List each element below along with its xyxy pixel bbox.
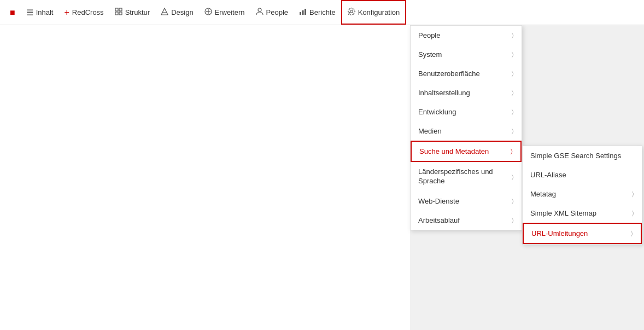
redcross-label: RedCross: [72, 8, 104, 16]
nav-item-konfiguration[interactable]: Konfiguration: [341, 0, 407, 25]
svg-rect-11: [305, 9, 306, 15]
svg-rect-3: [119, 12, 122, 15]
nav-item-berichte[interactable]: Berichte: [294, 0, 341, 25]
submenu-item-url-aliase[interactable]: URL-Aliase: [523, 165, 642, 184]
svg-rect-9: [300, 12, 301, 15]
konfiguration-label: Konfiguration: [358, 8, 400, 16]
struktur-icon: [115, 8, 122, 17]
design-label: Design: [171, 8, 193, 16]
nav-item-people[interactable]: People: [250, 0, 294, 25]
dropdown-item-landerspezifisches[interactable]: Länderspezifisches und Sprache 〉: [411, 162, 522, 192]
svg-rect-10: [302, 10, 304, 15]
chevron-right-icon: 〉: [512, 89, 514, 96]
erweitern-icon: [204, 8, 212, 17]
chevron-right-icon: 〉: [632, 190, 634, 198]
brand-icon: ■: [10, 8, 15, 18]
submenu-item-metatag[interactable]: Metatag 〉: [523, 184, 642, 204]
chevron-right-icon: 〉: [511, 148, 513, 155]
dropdown-item-medien[interactable]: Medien 〉: [411, 121, 522, 141]
dropdown-item-arbeitsablauf[interactable]: Arbeitsablauf 〉: [411, 211, 522, 230]
svg-rect-0: [115, 8, 118, 11]
svg-point-8: [258, 8, 261, 11]
dropdown-item-system[interactable]: System 〉: [411, 45, 522, 64]
chevron-right-icon: 〉: [512, 51, 514, 58]
erweitern-label: Erweitern: [215, 8, 245, 16]
nav-brand[interactable]: ■ Inhalt: [4, 0, 21, 25]
chevron-right-icon: 〉: [512, 32, 514, 39]
chevron-right-icon: 〉: [512, 173, 514, 181]
dropdown-item-web-dienste[interactable]: Web-Dienste 〉: [411, 192, 522, 211]
nav-item-inhalt[interactable]: ☰ Inhalt: [21, 0, 59, 25]
chevron-right-icon: 〉: [631, 230, 633, 237]
submenu-item-simple-xml[interactable]: Simple XML Sitemap 〉: [523, 204, 642, 223]
people-label: People: [266, 8, 288, 16]
submenu-item-simple-gse[interactable]: Simple GSE Search Settings: [523, 146, 642, 165]
chevron-right-icon: 〉: [512, 217, 514, 224]
chevron-right-icon: 〉: [512, 70, 514, 77]
svg-rect-2: [115, 12, 118, 15]
design-icon: [161, 8, 168, 17]
dropdown-item-inhaltserstellung[interactable]: Inhaltserstellung 〉: [411, 83, 522, 102]
chevron-right-icon: 〉: [512, 198, 514, 205]
submenu-item-url-umleitungen[interactable]: URL-Umleitungen 〉: [523, 223, 642, 244]
people-icon: [256, 8, 264, 17]
chevron-right-icon: 〉: [512, 128, 514, 135]
dropdown-item-people[interactable]: People 〉: [411, 26, 522, 45]
berichte-label: Berichte: [309, 8, 336, 16]
inhalt-icon: ☰: [26, 8, 33, 18]
main-content: [0, 25, 410, 330]
dropdown-item-benutzeroberflache[interactable]: Benutzeroberfläche 〉: [411, 64, 522, 83]
dropdown-item-suche-metadaten[interactable]: Suche und Metadaten 〉: [411, 141, 522, 162]
konfiguration-dropdown: People 〉 System 〉 Benutzeroberfläche 〉 I…: [410, 25, 522, 230]
svg-rect-1: [119, 8, 122, 11]
nav-item-struktur[interactable]: Struktur: [109, 0, 156, 25]
dropdown-item-entwicklung[interactable]: Entwicklung 〉: [411, 102, 522, 121]
struktur-label: Struktur: [125, 8, 150, 16]
navbar: ■ Inhalt ☰ Inhalt + RedCross Struktur: [0, 0, 644, 25]
nav-item-design[interactable]: Design: [155, 0, 198, 25]
nav-item-redcross[interactable]: + RedCross: [58, 0, 109, 25]
nav-item-erweitern[interactable]: Erweitern: [199, 0, 250, 25]
konfiguration-icon: [348, 8, 355, 17]
chevron-right-icon: 〉: [512, 108, 514, 115]
berichte-icon: [299, 8, 307, 17]
redcross-icon: +: [64, 8, 69, 18]
inhalt-label: Inhalt: [36, 8, 54, 16]
suche-metadaten-submenu: Simple GSE Search Settings URL-Aliase Me…: [522, 146, 642, 245]
chevron-right-icon: 〉: [632, 210, 634, 217]
